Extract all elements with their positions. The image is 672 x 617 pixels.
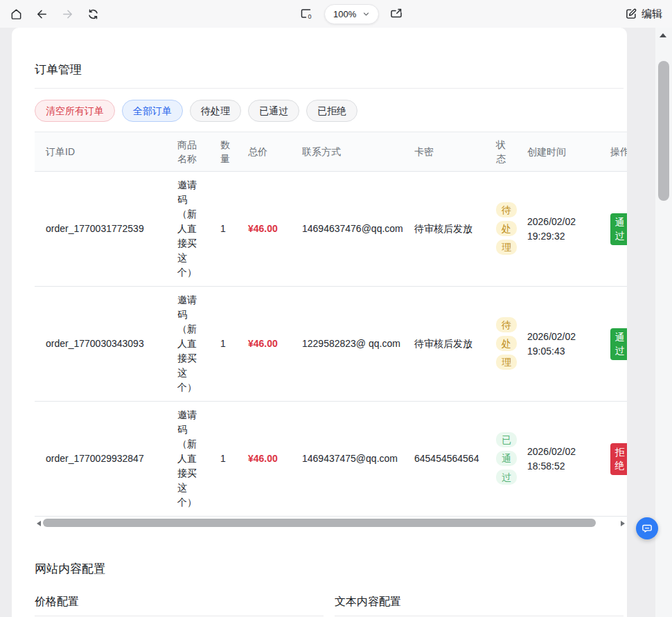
status-badge: 待处理	[496, 317, 517, 370]
orders-table: 订单ID 商品名称 数量 总价 联系方式 卡密 状态 创建时间 操作 order…	[35, 132, 627, 517]
order-id-cell: order_1770029932847	[35, 402, 166, 517]
edit-icon	[625, 8, 637, 20]
status-badge: 已通过	[496, 432, 517, 485]
table-row: order_1770030343093 邀请码（新人直接买这个） 1 ¥46.0…	[35, 287, 627, 402]
orders-section-title: 订单管理	[35, 62, 627, 78]
price-config-section: 价格配置	[35, 595, 324, 616]
status-cell: 已通过	[485, 402, 516, 517]
order-id-cell: order_1770030343093	[35, 287, 166, 402]
actions-cell: 通过	[599, 172, 627, 287]
svg-text:0: 0	[308, 13, 312, 20]
actions-cell: 拒绝	[599, 402, 627, 517]
filter-rejected[interactable]: 已拒绝	[306, 100, 357, 122]
reject-button[interactable]: 拒绝	[610, 443, 627, 475]
vertical-scrollbar-thumb[interactable]	[658, 61, 669, 201]
table-row: order_1770031772539 邀请码（新人直接买这个） 1 ¥46.0…	[35, 172, 627, 287]
price-value: ¥46.00	[248, 338, 278, 349]
open-in-window-icon	[389, 7, 403, 21]
created-at-cell: 2026/02/02 19:29:32	[516, 172, 599, 287]
table-header-row: 订单ID 商品名称 数量 总价 联系方式 卡密 状态 创建时间 操作	[35, 132, 627, 172]
card-key-cell: 645454564564	[403, 402, 485, 517]
quantity-cell: 1	[209, 402, 237, 517]
price-config-title: 价格配置	[35, 595, 324, 616]
toolbar-nav-group	[8, 0, 100, 28]
scroll-right-arrow-icon[interactable]	[621, 521, 625, 526]
card-key-cell: 待审核后发放	[403, 287, 485, 402]
col-product: 商品名称	[166, 132, 209, 172]
text-config-title: 文本内容配置	[335, 595, 624, 616]
contact-cell: 14694637476@qq.com	[291, 172, 403, 287]
chat-bubble-icon	[641, 522, 653, 535]
col-order-id: 订单ID	[35, 132, 166, 172]
chevron-down-icon	[362, 10, 370, 18]
horizontal-scrollbar-thumb[interactable]	[43, 519, 596, 527]
price-value: ¥46.00	[248, 223, 278, 234]
table-horizontal-scrollbar[interactable]	[35, 518, 627, 528]
refresh-button[interactable]	[85, 6, 100, 21]
created-at-cell: 2026/02/02 18:58:52	[516, 402, 599, 517]
approve-button[interactable]: 通过	[610, 213, 627, 245]
status-cell: 待处理	[485, 287, 516, 402]
product-cell: 邀请码（新人直接买这个）	[166, 402, 209, 517]
filter-all-orders[interactable]: 全部订单	[122, 100, 183, 122]
text-config-section: 文本内容配置	[335, 595, 624, 616]
open-in-window-button[interactable]	[389, 6, 404, 21]
browser-toolbar: 0 100%	[0, 0, 672, 28]
chat-fab-button[interactable]	[636, 517, 658, 539]
col-status: 状态	[485, 132, 516, 172]
total-cell: ¥46.00	[237, 287, 291, 402]
responsive-mode-button[interactable]: 0	[299, 6, 315, 21]
zoom-select[interactable]: 100%	[324, 4, 379, 24]
col-total: 总价	[237, 132, 291, 172]
scroll-up-arrow-icon[interactable]	[660, 33, 666, 37]
total-cell: ¥46.00	[237, 402, 291, 517]
product-cell: 邀请码（新人直接买这个）	[166, 172, 209, 287]
clear-all-orders-button[interactable]: 清空所有订单	[35, 100, 115, 122]
card-key-cell: 待审核后发放	[403, 172, 485, 287]
filter-pending[interactable]: 待处理	[190, 100, 241, 122]
page-content: 订单管理 清空所有订单 全部订单 待处理 已通过 已拒绝 订单ID 商品名称 数…	[12, 28, 627, 617]
approve-button[interactable]: 通过	[610, 328, 627, 360]
price-value: ¥46.00	[248, 453, 278, 464]
refresh-icon	[87, 8, 100, 21]
forward-icon	[61, 8, 74, 21]
total-cell: ¥46.00	[237, 172, 291, 287]
section-divider	[35, 88, 624, 89]
back-button[interactable]	[34, 6, 49, 21]
product-cell: 邀请码（新人直接买这个）	[166, 287, 209, 402]
filter-approved[interactable]: 已通过	[248, 100, 299, 122]
forward-button[interactable]	[60, 6, 75, 21]
status-cell: 待处理	[485, 172, 516, 287]
responsive-mode-icon: 0	[300, 7, 314, 21]
table-row: order_1770029932847 邀请码（新人直接买这个） 1 ¥46.0…	[35, 402, 627, 517]
col-created-at: 创建时间	[516, 132, 599, 172]
scroll-left-arrow-icon[interactable]	[37, 521, 41, 526]
order-filter-bar: 清空所有订单 全部订单 待处理 已通过 已拒绝	[35, 100, 627, 122]
contact-cell: 1229582823@ qq.com	[291, 287, 403, 402]
home-button[interactable]	[8, 6, 24, 21]
zoom-value: 100%	[333, 9, 356, 19]
site-config-section-title: 网站内容配置	[35, 562, 627, 577]
toolbar-view-group: 0 100%	[299, 0, 404, 28]
back-icon	[35, 8, 48, 21]
orders-table-container: 订单ID 商品名称 数量 总价 联系方式 卡密 状态 创建时间 操作 order…	[35, 132, 627, 517]
actions-cell: 通过	[599, 287, 627, 402]
config-columns: 价格配置 文本内容配置	[35, 595, 624, 616]
col-actions: 操作	[599, 132, 627, 172]
quantity-cell: 1	[209, 172, 237, 287]
home-icon	[10, 8, 23, 21]
edit-button[interactable]: 编辑	[625, 0, 662, 28]
contact-cell: 1469437475@qq.com	[291, 402, 403, 517]
status-badge: 待处理	[496, 202, 517, 255]
edit-label: 编辑	[642, 8, 662, 21]
col-contact: 联系方式	[291, 132, 403, 172]
col-quantity: 数量	[209, 132, 237, 172]
col-card-key: 卡密	[403, 132, 485, 172]
quantity-cell: 1	[209, 287, 237, 402]
created-at-cell: 2026/02/02 19:05:43	[516, 287, 599, 402]
order-id-cell: order_1770031772539	[35, 172, 166, 287]
